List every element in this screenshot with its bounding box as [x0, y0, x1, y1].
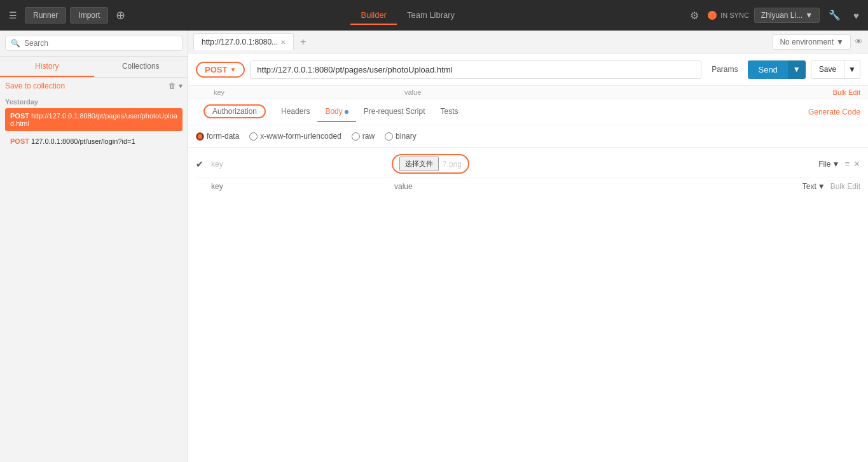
sidebar-more-icon[interactable]: ▾	[179, 81, 183, 90]
send-dropdown-button[interactable]: ▼	[788, 60, 806, 79]
request-tab-0[interactable]: http://127.0.0.1:8080... ✕	[193, 33, 294, 50]
tab-tests[interactable]: Tests	[432, 102, 465, 122]
sidebar: 🔍 History Collections Save to collection…	[0, 31, 188, 462]
save-dropdown-button[interactable]: ▼	[844, 60, 860, 79]
env-label: No environment	[780, 38, 834, 46]
type-arrow-icon: ▼	[832, 160, 840, 169]
url-input[interactable]	[250, 60, 701, 79]
method-label: POST	[205, 65, 227, 74]
eye-icon[interactable]: 👁	[855, 37, 863, 46]
generate-code-button[interactable]: Generate Code	[808, 108, 860, 116]
empty-row-bulk-edit-button[interactable]: Bulk Edit	[830, 182, 860, 191]
save-to-collection-button[interactable]: Save to collection	[5, 81, 65, 90]
heart-icon[interactable]: ♥	[850, 8, 863, 24]
tab-team-library[interactable]: Team Library	[397, 6, 465, 25]
wrench-icon[interactable]: 🔧	[825, 7, 844, 24]
tab-body[interactable]: Body	[317, 102, 355, 122]
send-button-group: Send ▼	[748, 60, 805, 79]
tabs-bar: http://127.0.0.1:8080... ✕ + No environm…	[188, 31, 868, 53]
radio-form-data[interactable]: form-data	[196, 132, 239, 141]
tab-builder[interactable]: Builder	[350, 6, 396, 25]
history-item-1[interactable]: POST 127.0.0.1:8080/pt/user/login?id=1	[5, 134, 183, 149]
history-item-0[interactable]: POST http://127.0.0.1:8080/pt/pages/user…	[5, 108, 183, 131]
empty-type-arrow-icon: ▼	[818, 182, 825, 191]
search-input-wrap[interactable]: 🔍	[5, 36, 183, 51]
sidebar-toggle-button[interactable]: ☰	[5, 8, 21, 23]
runner-button[interactable]: Runner	[25, 7, 66, 24]
user-chevron-icon: ▼	[805, 11, 813, 20]
row-0-delete-icon[interactable]: ✕	[853, 159, 860, 169]
empty-row-value-input[interactable]	[394, 182, 797, 191]
main-layout: 🔍 History Collections Save to collection…	[0, 31, 868, 462]
bulk-edit-button[interactable]: Bulk Edit	[833, 88, 860, 96]
sidebar-actions: Save to collection 🗑 ▾	[0, 78, 188, 94]
form-row-0-check[interactable]: ✔	[196, 159, 203, 169]
history-item-0-url: http://127.0.0.1:8080/pt/pages/user/phot…	[10, 112, 177, 127]
tab-headers[interactable]: Headers	[273, 102, 317, 122]
search-input[interactable]	[24, 39, 177, 48]
tab-authorization[interactable]: Authorization	[196, 99, 273, 125]
tab-0-close-button[interactable]: ✕	[280, 39, 286, 46]
sidebar-search-area: 🔍	[0, 31, 188, 57]
form-row-0-key-input[interactable]	[209, 158, 387, 170]
value-header: value	[404, 88, 833, 96]
sidebar-tab-collections[interactable]: Collections	[94, 57, 188, 77]
sync-dot-icon	[708, 11, 717, 20]
form-row-0: ✔ 选择文件 7.png File ▼ ≡ ✕	[196, 150, 860, 178]
topnav-center: Builder Team Library	[132, 6, 684, 25]
settings-gear-icon[interactable]: ⚙	[686, 7, 703, 24]
form-row-0-type-dropdown[interactable]: File ▼	[818, 160, 839, 169]
import-button[interactable]: Import	[70, 7, 108, 24]
radio-urlencoded[interactable]: x-www-form-urlencoded	[249, 132, 341, 141]
form-data-rows: ✔ 选择文件 7.png File ▼ ≡ ✕	[188, 148, 868, 197]
content-area: http://127.0.0.1:8080... ✕ + No environm…	[188, 31, 868, 462]
new-tab-button[interactable]: +	[295, 35, 311, 49]
key-header: key	[214, 88, 404, 96]
body-dot-indicator	[345, 110, 348, 114]
topnav: ☰ Runner Import ⊕ Builder Team Library ⚙…	[0, 0, 868, 31]
tab-0-label: http://127.0.0.1:8080...	[202, 38, 278, 46]
authorization-oval: Authorization	[203, 104, 266, 118]
body-options: form-data x-www-form-urlencoded raw bina…	[188, 125, 868, 148]
history-item-0-method: POST	[10, 112, 29, 120]
sync-status: IN SYNC	[708, 11, 749, 20]
sidebar-action-icons: 🗑 ▾	[169, 81, 183, 90]
method-selector[interactable]: POST ▼	[196, 62, 245, 78]
radio-form-data-input[interactable]	[196, 132, 204, 141]
environment-dropdown[interactable]: No environment ▼	[773, 34, 851, 50]
sidebar-tabs: History Collections	[0, 57, 188, 78]
radio-binary-input[interactable]	[385, 132, 393, 141]
sidebar-history-section: Yesterday POST http://127.0.0.1:8080/pt/…	[0, 94, 188, 153]
file-input-oval: 选择文件 7.png	[392, 154, 469, 174]
file-name-label: 7.png	[443, 160, 462, 169]
file-choose-button[interactable]: 选择文件	[399, 157, 439, 171]
sidebar-trash-icon[interactable]: 🗑	[169, 81, 176, 90]
topnav-right: ⚙ IN SYNC Zhiyuan Li... ▼ 🔧 ♥	[686, 7, 863, 24]
method-arrow-icon: ▼	[230, 66, 236, 73]
save-button-group: Save ▼	[811, 60, 860, 79]
empty-row-type-dropdown[interactable]: Text ▼	[803, 182, 825, 191]
send-button[interactable]: Send	[748, 60, 787, 79]
radio-binary[interactable]: binary	[385, 132, 417, 141]
radio-raw[interactable]: raw	[352, 132, 375, 141]
row-0-menu-icon[interactable]: ≡	[844, 159, 850, 169]
save-button[interactable]: Save	[811, 60, 844, 79]
form-row-0-actions: ≡ ✕	[844, 159, 860, 169]
user-label: Zhiyuan Li...	[761, 11, 803, 20]
radio-urlencoded-input[interactable]	[249, 132, 258, 141]
sync-label: IN SYNC	[720, 11, 749, 19]
tab-pre-request-script[interactable]: Pre-request Script	[356, 102, 433, 122]
request-tabs: Authorization Headers Body Pre-request S…	[188, 99, 868, 125]
key-value-bar: key value Bulk Edit	[188, 86, 868, 99]
topnav-left: ☰ Runner Import ⊕	[5, 6, 129, 25]
search-icon: 🔍	[11, 39, 20, 48]
form-row-empty: Text ▼ Bulk Edit	[196, 178, 860, 195]
sidebar-tab-history[interactable]: History	[0, 57, 94, 77]
user-account-button[interactable]: Zhiyuan Li... ▼	[754, 8, 820, 23]
radio-raw-input[interactable]	[352, 132, 360, 141]
new-tab-icon-button[interactable]: ⊕	[112, 6, 129, 25]
empty-row-key-input[interactable]	[211, 182, 389, 191]
params-button[interactable]: Params	[706, 62, 743, 76]
request-bar: POST ▼ Params Send ▼ Save ▼	[188, 53, 868, 86]
history-item-1-url: 127.0.0.1:8080/pt/user/login?id=1	[31, 137, 135, 145]
